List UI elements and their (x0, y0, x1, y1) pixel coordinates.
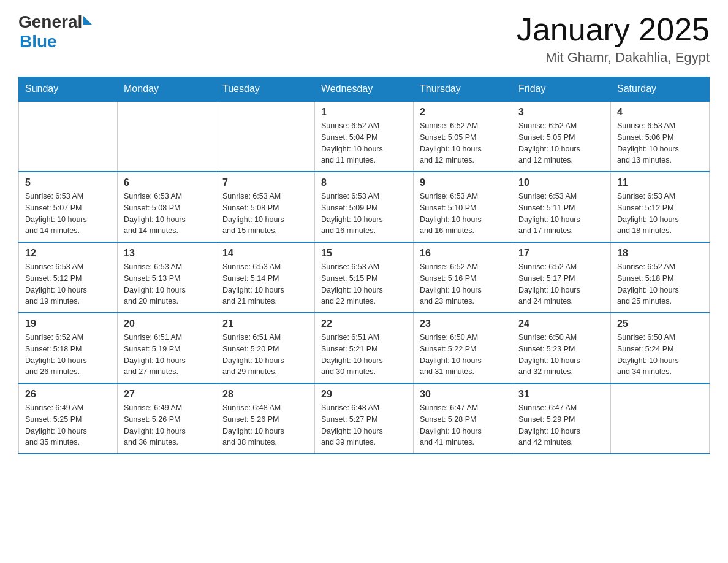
calendar-cell: 27Sunrise: 6:49 AMSunset: 5:26 PMDayligh… (118, 383, 216, 454)
calendar-cell: 3Sunrise: 6:52 AMSunset: 5:05 PMDaylight… (512, 101, 611, 172)
calendar-header: SundayMondayTuesdayWednesdayThursdayFrid… (19, 77, 710, 102)
day-info: Sunrise: 6:53 AMSunset: 5:15 PMDaylight:… (321, 261, 407, 307)
day-info: Sunrise: 6:52 AMSunset: 5:16 PMDaylight:… (420, 261, 506, 307)
day-info: Sunrise: 6:52 AMSunset: 5:05 PMDaylight:… (420, 120, 506, 166)
day-number: 14 (222, 248, 308, 259)
day-number: 6 (124, 177, 210, 188)
calendar-table: SundayMondayTuesdayWednesdayThursdayFrid… (18, 77, 710, 454)
day-info: Sunrise: 6:52 AMSunset: 5:18 PMDaylight:… (25, 332, 111, 378)
day-info: Sunrise: 6:49 AMSunset: 5:25 PMDaylight:… (25, 402, 111, 448)
day-info: Sunrise: 6:53 AMSunset: 5:09 PMDaylight:… (321, 191, 407, 237)
calendar-cell: 26Sunrise: 6:49 AMSunset: 5:25 PMDayligh… (19, 383, 118, 454)
calendar-cell: 25Sunrise: 6:50 AMSunset: 5:24 PMDayligh… (611, 313, 710, 383)
day-number: 2 (420, 107, 506, 118)
day-number: 1 (321, 107, 407, 118)
day-number: 19 (25, 318, 111, 329)
day-info: Sunrise: 6:53 AMSunset: 5:08 PMDaylight:… (222, 191, 308, 237)
calendar-cell (19, 101, 118, 172)
day-info: Sunrise: 6:50 AMSunset: 5:24 PMDaylight:… (617, 332, 703, 378)
calendar-cell (216, 101, 315, 172)
day-number: 7 (222, 177, 308, 188)
day-number: 23 (420, 318, 506, 329)
calendar-cell: 24Sunrise: 6:50 AMSunset: 5:23 PMDayligh… (512, 313, 611, 383)
calendar-cell: 14Sunrise: 6:53 AMSunset: 5:14 PMDayligh… (216, 242, 315, 313)
day-info: Sunrise: 6:53 AMSunset: 5:08 PMDaylight:… (124, 191, 210, 237)
day-number: 28 (222, 389, 308, 400)
calendar-cell: 6Sunrise: 6:53 AMSunset: 5:08 PMDaylight… (118, 172, 216, 242)
day-info: Sunrise: 6:53 AMSunset: 5:13 PMDaylight:… (124, 261, 210, 307)
calendar-cell: 1Sunrise: 6:52 AMSunset: 5:04 PMDaylight… (315, 101, 414, 172)
day-info: Sunrise: 6:52 AMSunset: 5:05 PMDaylight:… (518, 120, 604, 166)
day-number: 17 (518, 248, 604, 259)
day-info: Sunrise: 6:53 AMSunset: 5:12 PMDaylight:… (25, 261, 111, 307)
day-number: 18 (617, 248, 703, 259)
week-row-5: 26Sunrise: 6:49 AMSunset: 5:25 PMDayligh… (19, 383, 710, 454)
calendar-cell: 17Sunrise: 6:52 AMSunset: 5:17 PMDayligh… (512, 242, 611, 313)
day-number: 25 (617, 318, 703, 329)
calendar-cell: 21Sunrise: 6:51 AMSunset: 5:20 PMDayligh… (216, 313, 315, 383)
calendar-title: January 2025 (517, 12, 710, 47)
calendar-cell: 18Sunrise: 6:52 AMSunset: 5:18 PMDayligh… (611, 242, 710, 313)
calendar-cell: 2Sunrise: 6:52 AMSunset: 5:05 PMDaylight… (414, 101, 512, 172)
header-cell-thursday: Thursday (414, 77, 512, 102)
header-cell-monday: Monday (118, 77, 216, 102)
header-cell-tuesday: Tuesday (216, 77, 315, 102)
logo-blue-text: Blue (20, 32, 57, 52)
title-section: January 2025 Mit Ghamr, Dakahlia, Egypt (517, 12, 710, 66)
day-number: 5 (25, 177, 111, 188)
calendar-cell: 16Sunrise: 6:52 AMSunset: 5:16 PMDayligh… (414, 242, 512, 313)
calendar-cell: 5Sunrise: 6:53 AMSunset: 5:07 PMDaylight… (19, 172, 118, 242)
day-number: 16 (420, 248, 506, 259)
logo-general-text: General (18, 12, 82, 32)
day-info: Sunrise: 6:50 AMSunset: 5:22 PMDaylight:… (420, 332, 506, 378)
day-info: Sunrise: 6:50 AMSunset: 5:23 PMDaylight:… (518, 332, 604, 378)
calendar-cell: 29Sunrise: 6:48 AMSunset: 5:27 PMDayligh… (315, 383, 414, 454)
day-info: Sunrise: 6:53 AMSunset: 5:06 PMDaylight:… (617, 120, 703, 166)
day-number: 26 (25, 389, 111, 400)
day-info: Sunrise: 6:48 AMSunset: 5:27 PMDaylight:… (321, 402, 407, 448)
calendar-cell: 4Sunrise: 6:53 AMSunset: 5:06 PMDaylight… (611, 101, 710, 172)
day-info: Sunrise: 6:47 AMSunset: 5:29 PMDaylight:… (518, 402, 604, 448)
header-cell-saturday: Saturday (611, 77, 710, 102)
calendar-cell: 30Sunrise: 6:47 AMSunset: 5:28 PMDayligh… (414, 383, 512, 454)
day-number: 31 (518, 389, 604, 400)
calendar-cell: 7Sunrise: 6:53 AMSunset: 5:08 PMDaylight… (216, 172, 315, 242)
day-info: Sunrise: 6:51 AMSunset: 5:20 PMDaylight:… (222, 332, 308, 378)
calendar-cell: 22Sunrise: 6:51 AMSunset: 5:21 PMDayligh… (315, 313, 414, 383)
calendar-cell: 19Sunrise: 6:52 AMSunset: 5:18 PMDayligh… (19, 313, 118, 383)
day-number: 3 (518, 107, 604, 118)
day-info: Sunrise: 6:47 AMSunset: 5:28 PMDaylight:… (420, 402, 506, 448)
day-number: 11 (617, 177, 703, 188)
week-row-4: 19Sunrise: 6:52 AMSunset: 5:18 PMDayligh… (19, 313, 710, 383)
day-number: 13 (124, 248, 210, 259)
calendar-cell: 12Sunrise: 6:53 AMSunset: 5:12 PMDayligh… (19, 242, 118, 313)
header-cell-sunday: Sunday (19, 77, 118, 102)
day-number: 30 (420, 389, 506, 400)
day-number: 4 (617, 107, 703, 118)
day-number: 27 (124, 389, 210, 400)
calendar-cell: 15Sunrise: 6:53 AMSunset: 5:15 PMDayligh… (315, 242, 414, 313)
day-info: Sunrise: 6:52 AMSunset: 5:17 PMDaylight:… (518, 261, 604, 307)
calendar-cell: 23Sunrise: 6:50 AMSunset: 5:22 PMDayligh… (414, 313, 512, 383)
day-info: Sunrise: 6:53 AMSunset: 5:14 PMDaylight:… (222, 261, 308, 307)
day-number: 8 (321, 177, 407, 188)
calendar-cell: 28Sunrise: 6:48 AMSunset: 5:26 PMDayligh… (216, 383, 315, 454)
day-number: 15 (321, 248, 407, 259)
calendar-cell: 9Sunrise: 6:53 AMSunset: 5:10 PMDaylight… (414, 172, 512, 242)
header-cell-wednesday: Wednesday (315, 77, 414, 102)
day-number: 22 (321, 318, 407, 329)
day-info: Sunrise: 6:53 AMSunset: 5:12 PMDaylight:… (617, 191, 703, 237)
header-cell-friday: Friday (512, 77, 611, 102)
day-info: Sunrise: 6:53 AMSunset: 5:10 PMDaylight:… (420, 191, 506, 237)
day-info: Sunrise: 6:53 AMSunset: 5:07 PMDaylight:… (25, 191, 111, 237)
day-number: 21 (222, 318, 308, 329)
calendar-subtitle: Mit Ghamr, Dakahlia, Egypt (517, 50, 710, 66)
logo: General Blue (18, 12, 92, 52)
day-number: 9 (420, 177, 506, 188)
day-info: Sunrise: 6:52 AMSunset: 5:18 PMDaylight:… (617, 261, 703, 307)
week-row-3: 12Sunrise: 6:53 AMSunset: 5:12 PMDayligh… (19, 242, 710, 313)
calendar-cell: 10Sunrise: 6:53 AMSunset: 5:11 PMDayligh… (512, 172, 611, 242)
calendar-cell (118, 101, 216, 172)
day-info: Sunrise: 6:48 AMSunset: 5:26 PMDaylight:… (222, 402, 308, 448)
day-info: Sunrise: 6:51 AMSunset: 5:19 PMDaylight:… (124, 332, 210, 378)
